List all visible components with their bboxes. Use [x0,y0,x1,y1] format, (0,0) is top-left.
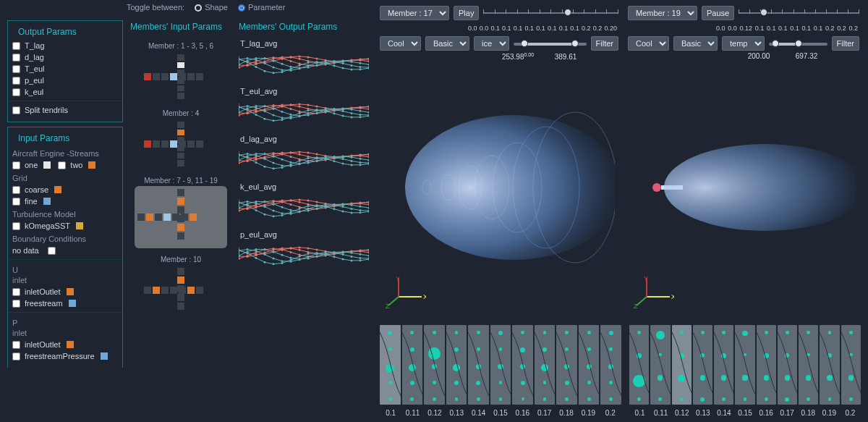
svg-point-468 [273,263,275,265]
dot-column[interactable] [402,325,423,405]
chk-p-inletoutlet[interactable]: inletOutlet [12,339,118,350]
dot-column[interactable] [629,325,649,405]
svg-point-47 [368,60,370,62]
grid-head: Grid [12,171,118,184]
dot-column[interactable] [735,325,754,405]
chk-grid-fine[interactable]: fine [12,195,118,207]
dot-column[interactable] [490,325,511,405]
render-select-2[interactable]: Basic [673,36,718,51]
svg-point-159 [368,111,370,114]
dot-column[interactable] [424,325,445,405]
svg-point-461 [351,256,353,258]
chk-komega[interactable]: kOmegaSST [12,220,118,232]
plume-canvas-2[interactable]: X Y Z [628,64,859,310]
dot-column[interactable] [579,325,600,405]
dot-column[interactable] [693,325,712,405]
chk-p-eul[interactable]: p_eul [12,75,118,86]
svg-point-69 [281,69,284,71]
chk-d-lag[interactable]: d_lag [12,51,118,63]
svg-point-76 [342,62,344,64]
time-slider-2[interactable] [739,7,859,20]
range-slider-1[interactable] [514,37,587,50]
play-button-1[interactable]: Play [454,6,479,20]
filter-button-2[interactable]: Filter [832,36,859,51]
svg-point-186 [325,110,327,112]
field-select-2[interactable]: temp [722,36,765,51]
svg-point-378 [325,206,327,208]
output-series-spark [239,240,369,271]
chk-p-freestreampressure[interactable]: freestreamPressure [12,350,118,362]
play-button-2[interactable]: Pause [702,6,734,20]
chk-u-inletoutlet[interactable]: inletOutlet [12,286,118,297]
turb-head: Turbulence Model [12,207,118,220]
svg-point-339 [264,201,266,203]
svg-point-88 [307,62,310,64]
time-slider-1[interactable] [483,7,618,20]
toggle-parameter[interactable]: Parameter [238,3,285,12]
dot-column[interactable] [778,325,797,405]
dot-column[interactable] [512,325,533,405]
dot-column[interactable] [820,325,839,405]
member-glyph-1[interactable]: Member : 4 [130,109,231,169]
svg-point-38 [290,60,292,62]
svg-point-158 [359,110,362,112]
filter-button-1[interactable]: Filter [591,36,618,51]
plume-canvas-1[interactable]: X Y Z [380,65,618,310]
chk-stream-one[interactable]: one [12,159,51,171]
svg-point-267 [333,156,336,159]
member-glyph-0[interactable]: Member : 1 - 3, 5 , 6 [130,42,231,102]
field-select-1[interactable]: ice [474,36,509,51]
svg-point-296 [307,199,310,201]
svg-point-445 [351,252,353,254]
range-slider-2[interactable] [769,37,827,50]
input-params-title: Input Params [12,130,118,146]
render-select-1[interactable]: Basic [425,36,469,51]
member-select-1[interactable]: Member : 17 [380,6,449,20]
dot-plot-1[interactable]: 0.10.110.120.130.140.150.160.170.180.190… [380,325,621,422]
toggle-shape[interactable]: Shape [195,3,228,12]
svg-point-441 [316,256,318,258]
dot-column[interactable] [380,325,401,405]
dot-column[interactable] [799,325,818,405]
dot-column[interactable] [714,325,733,405]
dot-column[interactable] [556,325,577,405]
dot-column[interactable] [672,325,692,405]
chk-u-freestream[interactable]: freestream [12,297,118,309]
svg-point-325 [281,201,284,203]
member-glyph-3[interactable]: Member : 10 [130,256,231,316]
dot-column[interactable] [841,325,861,405]
member-glyph-2[interactable]: Member : 7 - 9, 11 - 19 [130,177,231,248]
chk-stream-two[interactable]: two [58,159,95,171]
dot-column[interactable] [757,325,776,405]
svg-point-178 [255,114,258,116]
vis-pane-2: Member : 19 Pause 0.00.00.120.10.10.10.1… [628,6,859,310]
colormap-select-1[interactable]: Cool [380,36,421,51]
dot-column[interactable] [535,325,556,405]
chk-grid-coarse[interactable]: coarse [12,184,118,195]
chk-k-eul[interactable]: k_eul [12,86,118,98]
dot-column[interactable] [446,325,467,405]
svg-point-476 [342,258,344,261]
colormap-select-2[interactable]: Cool [628,36,669,51]
svg-point-277 [281,166,284,169]
svg-point-65 [247,57,249,59]
svg-point-230 [290,156,292,158]
dot-column[interactable] [600,325,621,405]
dot-plot-2[interactable]: 0.10.110.120.130.140.150.160.170.180.190… [629,325,861,422]
chk-t-eul[interactable]: T_eul [12,63,118,75]
member-select-2[interactable]: Member : 19 [628,6,697,20]
svg-point-324 [273,200,275,202]
chk-split-tendrils[interactable]: Split tendrils [12,104,118,116]
chk-t-lag[interactable]: T_lag [12,40,118,51]
dot-column[interactable] [468,325,489,405]
dot-column[interactable] [650,325,670,405]
svg-point-75 [333,61,336,63]
svg-point-150 [290,114,292,116]
svg-point-210 [255,159,258,161]
svg-point-406 [290,248,292,250]
chk-bc-nodata[interactable]: no data [12,245,118,256]
svg-point-37 [281,58,284,60]
svg-point-33 [247,64,249,66]
svg-point-341 [281,206,284,208]
svg-point-270 [359,161,362,164]
